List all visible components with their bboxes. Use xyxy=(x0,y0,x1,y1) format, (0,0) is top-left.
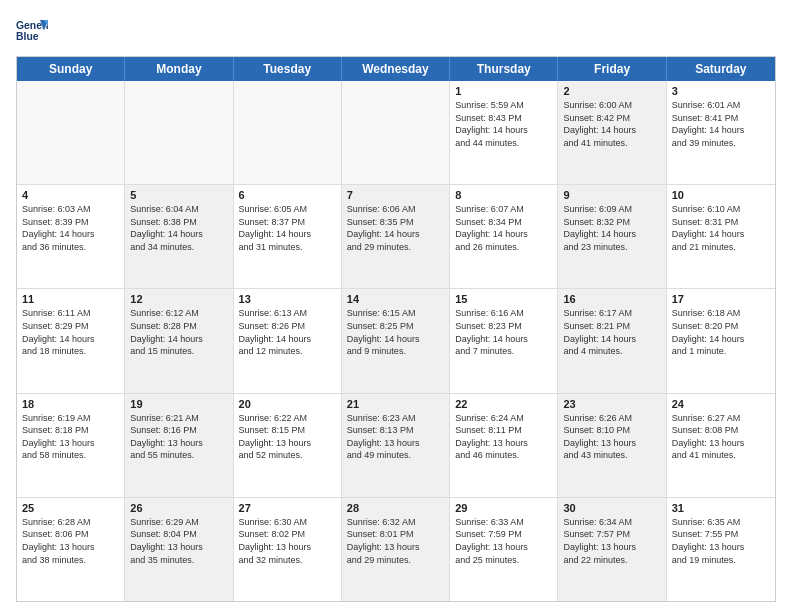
cell-info: Sunrise: 6:11 AM Sunset: 8:29 PM Dayligh… xyxy=(22,307,119,357)
calendar-cell xyxy=(342,81,450,184)
cell-info: Sunrise: 6:16 AM Sunset: 8:23 PM Dayligh… xyxy=(455,307,552,357)
cell-info: Sunrise: 6:26 AM Sunset: 8:10 PM Dayligh… xyxy=(563,412,660,462)
calendar-cell: 21Sunrise: 6:23 AM Sunset: 8:13 PM Dayli… xyxy=(342,394,450,497)
day-number: 2 xyxy=(563,85,660,97)
calendar-cell: 11Sunrise: 6:11 AM Sunset: 8:29 PM Dayli… xyxy=(17,289,125,392)
calendar-cell: 8Sunrise: 6:07 AM Sunset: 8:34 PM Daylig… xyxy=(450,185,558,288)
cell-info: Sunrise: 6:00 AM Sunset: 8:42 PM Dayligh… xyxy=(563,99,660,149)
day-number: 23 xyxy=(563,398,660,410)
day-header-monday: Monday xyxy=(125,57,233,81)
day-number: 1 xyxy=(455,85,552,97)
calendar-cell: 22Sunrise: 6:24 AM Sunset: 8:11 PM Dayli… xyxy=(450,394,558,497)
day-number: 29 xyxy=(455,502,552,514)
calendar-cell: 1Sunrise: 5:59 AM Sunset: 8:43 PM Daylig… xyxy=(450,81,558,184)
calendar-cell: 5Sunrise: 6:04 AM Sunset: 8:38 PM Daylig… xyxy=(125,185,233,288)
cell-info: Sunrise: 6:06 AM Sunset: 8:35 PM Dayligh… xyxy=(347,203,444,253)
day-number: 11 xyxy=(22,293,119,305)
logo: General Blue xyxy=(16,16,48,48)
day-number: 15 xyxy=(455,293,552,305)
cell-info: Sunrise: 6:12 AM Sunset: 8:28 PM Dayligh… xyxy=(130,307,227,357)
calendar-cell: 19Sunrise: 6:21 AM Sunset: 8:16 PM Dayli… xyxy=(125,394,233,497)
day-number: 31 xyxy=(672,502,770,514)
day-number: 26 xyxy=(130,502,227,514)
page: General Blue SundayMondayTuesdayWednesda… xyxy=(0,0,792,612)
day-header-thursday: Thursday xyxy=(450,57,558,81)
cell-info: Sunrise: 6:21 AM Sunset: 8:16 PM Dayligh… xyxy=(130,412,227,462)
day-header-wednesday: Wednesday xyxy=(342,57,450,81)
cell-info: Sunrise: 6:35 AM Sunset: 7:55 PM Dayligh… xyxy=(672,516,770,566)
cell-info: Sunrise: 6:29 AM Sunset: 8:04 PM Dayligh… xyxy=(130,516,227,566)
header: General Blue xyxy=(16,16,776,48)
cell-info: Sunrise: 6:23 AM Sunset: 8:13 PM Dayligh… xyxy=(347,412,444,462)
day-number: 30 xyxy=(563,502,660,514)
calendar-cell: 30Sunrise: 6:34 AM Sunset: 7:57 PM Dayli… xyxy=(558,498,666,601)
calendar-cell: 3Sunrise: 6:01 AM Sunset: 8:41 PM Daylig… xyxy=(667,81,775,184)
day-number: 9 xyxy=(563,189,660,201)
cell-info: Sunrise: 6:09 AM Sunset: 8:32 PM Dayligh… xyxy=(563,203,660,253)
day-number: 24 xyxy=(672,398,770,410)
day-number: 12 xyxy=(130,293,227,305)
cell-info: Sunrise: 6:19 AM Sunset: 8:18 PM Dayligh… xyxy=(22,412,119,462)
cell-info: Sunrise: 6:10 AM Sunset: 8:31 PM Dayligh… xyxy=(672,203,770,253)
svg-text:Blue: Blue xyxy=(16,31,39,42)
calendar-cell: 16Sunrise: 6:17 AM Sunset: 8:21 PM Dayli… xyxy=(558,289,666,392)
day-number: 22 xyxy=(455,398,552,410)
day-number: 5 xyxy=(130,189,227,201)
cell-info: Sunrise: 6:13 AM Sunset: 8:26 PM Dayligh… xyxy=(239,307,336,357)
day-number: 4 xyxy=(22,189,119,201)
day-number: 17 xyxy=(672,293,770,305)
cell-info: Sunrise: 6:18 AM Sunset: 8:20 PM Dayligh… xyxy=(672,307,770,357)
calendar-week-5: 25Sunrise: 6:28 AM Sunset: 8:06 PM Dayli… xyxy=(17,498,775,601)
day-number: 10 xyxy=(672,189,770,201)
cell-info: Sunrise: 6:17 AM Sunset: 8:21 PM Dayligh… xyxy=(563,307,660,357)
cell-info: Sunrise: 6:22 AM Sunset: 8:15 PM Dayligh… xyxy=(239,412,336,462)
day-header-tuesday: Tuesday xyxy=(234,57,342,81)
day-header-friday: Friday xyxy=(558,57,666,81)
cell-info: Sunrise: 6:27 AM Sunset: 8:08 PM Dayligh… xyxy=(672,412,770,462)
calendar-cell: 24Sunrise: 6:27 AM Sunset: 8:08 PM Dayli… xyxy=(667,394,775,497)
calendar-week-4: 18Sunrise: 6:19 AM Sunset: 8:18 PM Dayli… xyxy=(17,394,775,498)
calendar-cell: 17Sunrise: 6:18 AM Sunset: 8:20 PM Dayli… xyxy=(667,289,775,392)
calendar-cell: 14Sunrise: 6:15 AM Sunset: 8:25 PM Dayli… xyxy=(342,289,450,392)
cell-info: Sunrise: 6:15 AM Sunset: 8:25 PM Dayligh… xyxy=(347,307,444,357)
calendar-cell xyxy=(234,81,342,184)
calendar-cell: 28Sunrise: 6:32 AM Sunset: 8:01 PM Dayli… xyxy=(342,498,450,601)
calendar-cell: 2Sunrise: 6:00 AM Sunset: 8:42 PM Daylig… xyxy=(558,81,666,184)
calendar-cell xyxy=(125,81,233,184)
calendar-cell: 4Sunrise: 6:03 AM Sunset: 8:39 PM Daylig… xyxy=(17,185,125,288)
cell-info: Sunrise: 6:30 AM Sunset: 8:02 PM Dayligh… xyxy=(239,516,336,566)
day-number: 6 xyxy=(239,189,336,201)
calendar-cell: 10Sunrise: 6:10 AM Sunset: 8:31 PM Dayli… xyxy=(667,185,775,288)
calendar-cell: 26Sunrise: 6:29 AM Sunset: 8:04 PM Dayli… xyxy=(125,498,233,601)
calendar-week-2: 4Sunrise: 6:03 AM Sunset: 8:39 PM Daylig… xyxy=(17,185,775,289)
cell-info: Sunrise: 6:24 AM Sunset: 8:11 PM Dayligh… xyxy=(455,412,552,462)
cell-info: Sunrise: 6:34 AM Sunset: 7:57 PM Dayligh… xyxy=(563,516,660,566)
cell-info: Sunrise: 6:07 AM Sunset: 8:34 PM Dayligh… xyxy=(455,203,552,253)
calendar-cell: 6Sunrise: 6:05 AM Sunset: 8:37 PM Daylig… xyxy=(234,185,342,288)
cell-info: Sunrise: 6:04 AM Sunset: 8:38 PM Dayligh… xyxy=(130,203,227,253)
calendar-cell: 20Sunrise: 6:22 AM Sunset: 8:15 PM Dayli… xyxy=(234,394,342,497)
cell-info: Sunrise: 6:05 AM Sunset: 8:37 PM Dayligh… xyxy=(239,203,336,253)
calendar-cell: 7Sunrise: 6:06 AM Sunset: 8:35 PM Daylig… xyxy=(342,185,450,288)
day-number: 19 xyxy=(130,398,227,410)
day-number: 8 xyxy=(455,189,552,201)
day-number: 20 xyxy=(239,398,336,410)
calendar-header: SundayMondayTuesdayWednesdayThursdayFrid… xyxy=(17,57,775,81)
day-number: 18 xyxy=(22,398,119,410)
logo-icon: General Blue xyxy=(16,16,48,48)
day-header-sunday: Sunday xyxy=(17,57,125,81)
cell-info: Sunrise: 6:32 AM Sunset: 8:01 PM Dayligh… xyxy=(347,516,444,566)
cell-info: Sunrise: 6:03 AM Sunset: 8:39 PM Dayligh… xyxy=(22,203,119,253)
calendar-cell xyxy=(17,81,125,184)
calendar-cell: 9Sunrise: 6:09 AM Sunset: 8:32 PM Daylig… xyxy=(558,185,666,288)
calendar-body: 1Sunrise: 5:59 AM Sunset: 8:43 PM Daylig… xyxy=(17,81,775,601)
calendar-cell: 18Sunrise: 6:19 AM Sunset: 8:18 PM Dayli… xyxy=(17,394,125,497)
calendar-cell: 25Sunrise: 6:28 AM Sunset: 8:06 PM Dayli… xyxy=(17,498,125,601)
day-number: 16 xyxy=(563,293,660,305)
day-number: 21 xyxy=(347,398,444,410)
calendar-week-1: 1Sunrise: 5:59 AM Sunset: 8:43 PM Daylig… xyxy=(17,81,775,185)
cell-info: Sunrise: 6:28 AM Sunset: 8:06 PM Dayligh… xyxy=(22,516,119,566)
cell-info: Sunrise: 6:01 AM Sunset: 8:41 PM Dayligh… xyxy=(672,99,770,149)
calendar-cell: 13Sunrise: 6:13 AM Sunset: 8:26 PM Dayli… xyxy=(234,289,342,392)
day-number: 25 xyxy=(22,502,119,514)
